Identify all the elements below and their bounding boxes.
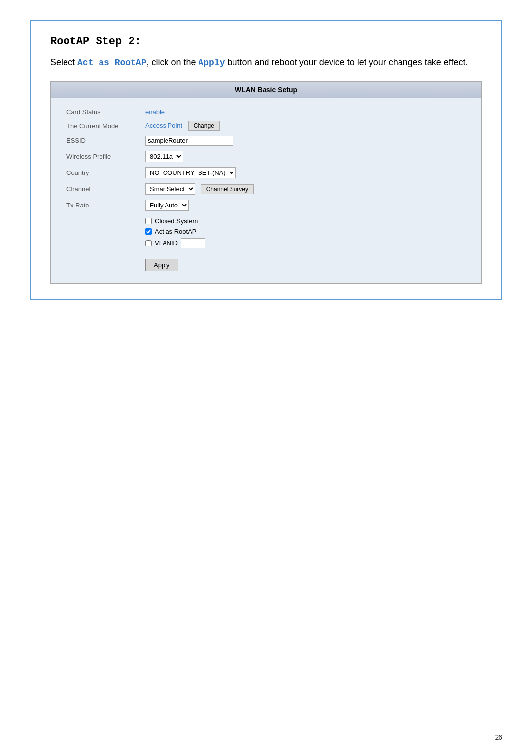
section-title: RootAP Step 2: bbox=[50, 35, 482, 48]
vlanid-input[interactable] bbox=[181, 238, 205, 248]
current-mode-value: Access Point Change bbox=[141, 118, 469, 133]
checkboxes-row: Closed System Act as RootAP bbox=[63, 213, 469, 274]
desc-pre1: Select bbox=[50, 57, 77, 67]
current-mode-text: Access Point bbox=[145, 122, 182, 129]
closed-system-label: Closed System bbox=[155, 217, 198, 225]
wireless-profile-label: Wireless Profile bbox=[63, 148, 141, 165]
description: Select Act as RootAP, click on the Apply… bbox=[50, 56, 482, 69]
checkboxes-value: Closed System Act as RootAP bbox=[141, 213, 469, 274]
wlan-panel-title: WLAN Basic Setup bbox=[235, 86, 297, 94]
country-row: Country NO_COUNTRY_SET-(NA) bbox=[63, 165, 469, 181]
country-label: Country bbox=[63, 165, 141, 181]
card-status-value: enable bbox=[141, 106, 469, 118]
channel-value: SmartSelect Channel Survey bbox=[141, 181, 469, 197]
channel-select[interactable]: SmartSelect bbox=[145, 183, 195, 195]
act-as-rootap-checkbox[interactable] bbox=[145, 228, 152, 235]
card-status-label: Card Status bbox=[63, 106, 141, 118]
vlanid-row: VLANID bbox=[145, 237, 466, 250]
channel-row: Channel SmartSelect Channel Survey bbox=[63, 181, 469, 197]
essid-input[interactable] bbox=[145, 136, 233, 146]
desc-post: button and reboot your device to let you… bbox=[225, 57, 468, 67]
essid-row: ESSID bbox=[63, 133, 469, 148]
page-container: RootAP Step 2: Select Act as RootAP, cli… bbox=[0, 0, 532, 334]
tx-rate-label: Tx Rate bbox=[63, 197, 141, 213]
wlan-panel-body: Card Status enable The Current Mode Acce… bbox=[51, 98, 481, 283]
current-mode-row: The Current Mode Access Point Change bbox=[63, 118, 469, 133]
tx-rate-row: Tx Rate Fully Auto Auto 1Mbps 2Mbps 5.5M… bbox=[63, 197, 469, 213]
wireless-profile-row: Wireless Profile 802.11a 802.11b 802.11g bbox=[63, 148, 469, 165]
vlanid-label: VLANID bbox=[155, 240, 178, 247]
country-select[interactable]: NO_COUNTRY_SET-(NA) bbox=[145, 167, 236, 178]
closed-system-checkbox[interactable] bbox=[145, 218, 152, 224]
tx-rate-value: Fully Auto Auto 1Mbps 2Mbps 5.5Mbps 11Mb… bbox=[141, 197, 469, 213]
wireless-profile-select[interactable]: 802.11a 802.11b 802.11g bbox=[145, 151, 183, 162]
desc-mid: , click on the bbox=[146, 57, 198, 67]
form-table: Card Status enable The Current Mode Acce… bbox=[63, 106, 469, 274]
wlan-panel: WLAN Basic Setup Card Status enable bbox=[50, 81, 482, 284]
closed-system-row: Closed System bbox=[145, 216, 466, 226]
card-status-row: Card Status enable bbox=[63, 106, 469, 118]
desc-apply: Apply bbox=[199, 58, 225, 68]
main-box: RootAP Step 2: Select Act as RootAP, cli… bbox=[30, 20, 502, 300]
vlanid-checkbox[interactable] bbox=[145, 240, 152, 246]
change-button[interactable]: Change bbox=[188, 121, 220, 131]
essid-value bbox=[141, 133, 469, 148]
apply-button-container: Apply bbox=[145, 255, 466, 271]
desc-act-as-rootap: Act as RootAP bbox=[77, 58, 146, 68]
tx-rate-select-row: Fully Auto Auto 1Mbps 2Mbps 5.5Mbps 11Mb… bbox=[145, 200, 466, 211]
wireless-profile-value: 802.11a 802.11b 802.11g bbox=[141, 148, 469, 165]
channel-survey-button[interactable]: Channel Survey bbox=[201, 184, 254, 194]
act-as-rootap-label: Act as RootAP bbox=[155, 228, 197, 235]
channel-label: Channel bbox=[63, 181, 141, 197]
apply-button[interactable]: Apply bbox=[145, 259, 178, 271]
tx-rate-select[interactable]: Fully Auto Auto 1Mbps 2Mbps 5.5Mbps 11Mb… bbox=[145, 200, 189, 211]
page-number: 26 bbox=[495, 733, 502, 741]
act-as-rootap-row: Act as RootAP bbox=[145, 226, 466, 237]
checkboxes-empty-label bbox=[63, 213, 141, 274]
current-mode-label: The Current Mode bbox=[63, 118, 141, 133]
essid-label: ESSID bbox=[63, 133, 141, 148]
wlan-panel-header: WLAN Basic Setup bbox=[51, 82, 481, 98]
card-status-text: enable bbox=[145, 108, 165, 116]
country-value: NO_COUNTRY_SET-(NA) bbox=[141, 165, 469, 181]
